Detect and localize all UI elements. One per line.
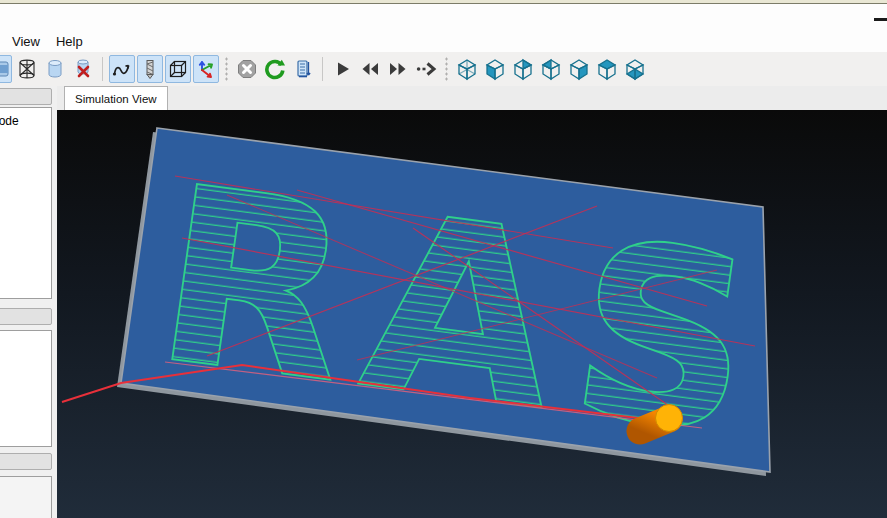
simulation-viewport[interactable]: RAS	[57, 110, 887, 518]
toolbar-separator	[322, 57, 323, 81]
axes-icon	[195, 58, 217, 80]
skip-to-end-button[interactable]	[413, 55, 439, 83]
sidebar-list[interactable]	[0, 476, 52, 518]
menu-row: View Help	[4, 32, 91, 51]
toolbar-separator	[102, 57, 103, 81]
mesh-cylinder-icon	[16, 58, 38, 80]
sidebar-file-list[interactable]: gcode	[0, 107, 52, 299]
toolbar	[0, 52, 887, 87]
menu-view[interactable]: View	[4, 32, 48, 51]
cube-back-icon	[511, 57, 535, 81]
bounds-cube-icon	[167, 58, 189, 80]
workpiece-solid-button[interactable]	[42, 55, 68, 83]
cube-front-icon	[483, 57, 507, 81]
cube-right-icon	[567, 57, 591, 81]
view-isometric-button[interactable]	[454, 55, 480, 83]
step-back-button[interactable]	[357, 55, 383, 83]
simulation-canvas: RAS	[57, 110, 887, 518]
reload-simulation-button[interactable]	[262, 55, 288, 83]
cube-top-icon	[595, 57, 619, 81]
menubar: View Help	[0, 4, 887, 52]
sidebar-section-header[interactable]	[0, 88, 52, 105]
rewind-icon	[359, 58, 381, 80]
show-bounds-button[interactable]	[165, 55, 191, 83]
skip-to-end-icon	[415, 58, 437, 80]
tool-test-button[interactable]	[290, 55, 316, 83]
view-right-button[interactable]	[566, 55, 592, 83]
sidebar: gcode	[0, 86, 57, 518]
sidebar-section-header[interactable]	[0, 308, 52, 325]
view-front-button[interactable]	[482, 55, 508, 83]
show-tool-button[interactable]	[137, 55, 163, 83]
toolbar-handle[interactable]	[444, 56, 449, 82]
surface-icon	[0, 58, 10, 80]
show-axes-button[interactable]	[193, 55, 219, 83]
toolbar-handle[interactable]	[224, 56, 229, 82]
toolpath-icon	[111, 58, 133, 80]
cube-bottom-icon	[623, 57, 647, 81]
cube-isometric-icon	[455, 57, 479, 81]
export-surface-button[interactable]	[0, 55, 12, 83]
play-simulation-button[interactable]	[329, 55, 355, 83]
play-icon	[331, 58, 353, 80]
stop-simulation-button[interactable]	[234, 55, 260, 83]
gcode-file-item[interactable]: gcode	[0, 114, 19, 128]
reload-icon	[264, 58, 286, 80]
sidebar-section-header[interactable]	[0, 453, 52, 470]
remove-cylinder-icon	[72, 58, 94, 80]
tool-test-icon	[292, 58, 314, 80]
view-top-button[interactable]	[594, 55, 620, 83]
view-left-button[interactable]	[538, 55, 564, 83]
view-bottom-button[interactable]	[622, 55, 648, 83]
view-back-button[interactable]	[510, 55, 536, 83]
menu-help[interactable]: Help	[48, 32, 91, 51]
cube-left-icon	[539, 57, 563, 81]
fast-forward-icon	[387, 58, 409, 80]
minimize-icon[interactable]	[874, 18, 887, 21]
stop-icon	[236, 58, 258, 80]
step-forward-button[interactable]	[385, 55, 411, 83]
solid-cylinder-icon	[44, 58, 66, 80]
tab-bar: Simulation View	[57, 86, 887, 111]
workpiece-mesh-button[interactable]	[14, 55, 40, 83]
tab-simulation-view[interactable]: Simulation View	[64, 86, 168, 110]
sidebar-list[interactable]	[0, 330, 52, 447]
show-toolpath-button[interactable]	[109, 55, 135, 83]
drill-tool-icon	[139, 58, 161, 80]
workpiece-remove-button[interactable]	[70, 55, 96, 83]
